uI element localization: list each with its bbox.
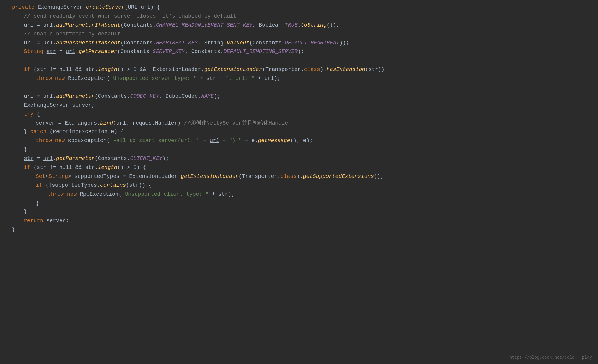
paren-close: ) { <box>151 3 160 12</box>
const-client-key: CLIENT_KEY <box>130 155 162 163</box>
keyword-throw-3: throw <box>48 190 64 199</box>
method-getextloader-2: getExtensionLoader <box>181 172 238 181</box>
code-line-13: try { <box>0 110 598 119</box>
keyword-string-2: String <box>49 172 68 181</box>
code-line-25: return server; <box>0 217 598 225</box>
const-codec-key: CODEC_KEY <box>130 92 159 101</box>
var-str-1: str <box>47 48 56 56</box>
param-url: url <box>141 3 150 12</box>
keyword-return: return <box>24 217 43 225</box>
space <box>83 3 86 12</box>
string-unsupported-server: "Unsupported server type: " <box>110 74 197 83</box>
var-url-9: url <box>116 119 126 127</box>
keyword-private: private <box>12 3 35 12</box>
method-bind: bind <box>100 119 113 127</box>
method-getextloader-1: getExtensionLoader <box>204 66 262 74</box>
keyword-catch: catch <box>30 128 47 136</box>
const-heartbeat-key: HEARTBEAT_KEY <box>156 39 198 47</box>
code-line-20: Set < String > supportedTypes = Extensio… <box>0 172 598 181</box>
var-str-4: str <box>368 66 378 74</box>
method-valueof: valueOf <box>227 39 250 47</box>
method-getparam-2: getParameter <box>56 155 95 163</box>
code-line-21: if (!supportedTypes. contains ( str )) { <box>0 181 598 190</box>
code-line-blank-2 <box>0 83 598 92</box>
keyword-new-2: new <box>55 137 65 145</box>
code-line-2: // send readonly event when server close… <box>0 12 598 21</box>
var-url-4: url <box>43 39 53 47</box>
keyword-string: String <box>24 48 43 56</box>
keyword-class-1: class <box>304 66 320 74</box>
var-url-1: url <box>24 21 33 29</box>
const-server-key: SERVER_KEY <box>153 48 185 56</box>
var-url-5: url <box>66 48 75 56</box>
keyword-if-2: if <box>24 164 30 172</box>
method-getsupported: getSupportedExtensions <box>303 172 374 181</box>
var-str-6: str <box>24 155 33 163</box>
const-default-remoting: DEFAULT_REMOTING_SERVER <box>224 48 298 56</box>
var-url-11: url <box>43 155 53 163</box>
num-0-1: 0 <box>133 66 137 74</box>
keyword-try: try <box>24 110 33 119</box>
code-line-8: if ( str != null && str . length () > 0 … <box>0 65 598 74</box>
comment-chinese-1: //④创建NettyServer并且初始化Handler <box>184 119 291 127</box>
class-exchange-server: ExchangeServer <box>38 3 83 12</box>
var-server-2: server <box>36 119 55 127</box>
var-url-8: url <box>43 92 53 101</box>
code-line-5: url = url . addParameterIfAbsent (Consta… <box>0 39 598 48</box>
code-line-12: ExchangeServer server ; <box>0 101 598 110</box>
comment-2: // enable heartbeat by default <box>24 30 120 38</box>
keyword-new-1: new <box>55 74 65 83</box>
code-line-9: throw new RpcException( "Unsupported ser… <box>0 74 598 83</box>
code-line-24: } <box>0 208 598 217</box>
var-url-7: url <box>24 92 33 101</box>
method-getparam-1: getParameter <box>79 48 117 56</box>
var-str-9: str <box>129 181 139 190</box>
method-length-2: length <box>98 164 117 172</box>
string-fail-server: "Fail to start server(url: " <box>110 137 200 145</box>
method-length-1: length <box>98 66 117 74</box>
var-server-1: server <box>72 101 92 110</box>
keyword-if-3: if <box>36 181 42 190</box>
string-unsupported-client: "Unsupported client type: " <box>122 190 209 199</box>
var-str-2: str <box>37 66 46 74</box>
var-str-5: str <box>207 74 216 83</box>
const-name: NAME <box>201 92 214 101</box>
code-line-16: throw new RpcException( "Fail to start s… <box>0 136 598 145</box>
var-str-3: str <box>85 66 94 74</box>
var-url-2: url <box>43 21 53 29</box>
method-addparam-3: addParameter <box>56 92 95 101</box>
var-url-6: url <box>264 74 274 83</box>
var-url-3: url <box>24 39 33 47</box>
var-url-10: url <box>210 137 219 145</box>
code-line-19: if ( str != null && str . length () > 0 … <box>0 163 598 172</box>
method-hasext-1: hasExtension <box>326 66 365 74</box>
code-line-blank-1 <box>0 56 598 65</box>
code-line-3: url = url . addParameterIfAbsent (Consta… <box>0 21 598 30</box>
method-getmessage: getMessage <box>258 137 290 145</box>
const-default-heartbeat: DEFAULT_HEARTBEAT <box>285 39 340 47</box>
code-line-1: private ExchangeServer createServer (URL… <box>0 3 598 12</box>
footer-url: https://blog.csdn.net/cold___play <box>509 354 592 361</box>
keyword-if-1: if <box>24 66 30 74</box>
code-line-11: url = url . addParameter (Constants. COD… <box>0 92 598 101</box>
code-line-26: } <box>0 225 598 234</box>
string-url: ", url: " <box>226 74 255 83</box>
string-paren-close: ") " <box>229 137 242 145</box>
code-line-22: throw new RpcException( "Unsupported cli… <box>0 190 598 199</box>
var-str-7: str <box>37 164 46 172</box>
keyword-new-3: new <box>67 190 77 199</box>
var-str-8: str <box>85 164 94 172</box>
paren-open: (URL <box>125 3 141 12</box>
var-exchange-server-decl: ExchangeServer <box>24 101 69 110</box>
const-true: TRUE <box>285 21 298 29</box>
method-addparam-1: addParameterIfAbsent <box>56 21 120 29</box>
keyword-class-2: class <box>281 172 297 181</box>
keyword-throw-1: throw <box>36 74 52 83</box>
keyword-set: Set <box>36 172 45 181</box>
var-str-10: str <box>219 190 228 199</box>
code-line-17: } <box>0 145 598 154</box>
space <box>35 3 38 12</box>
method-create-server: createServer <box>86 3 125 12</box>
code-line-4: // enable heartbeat by default <box>0 30 598 39</box>
method-tostring-1: toString <box>301 21 326 29</box>
